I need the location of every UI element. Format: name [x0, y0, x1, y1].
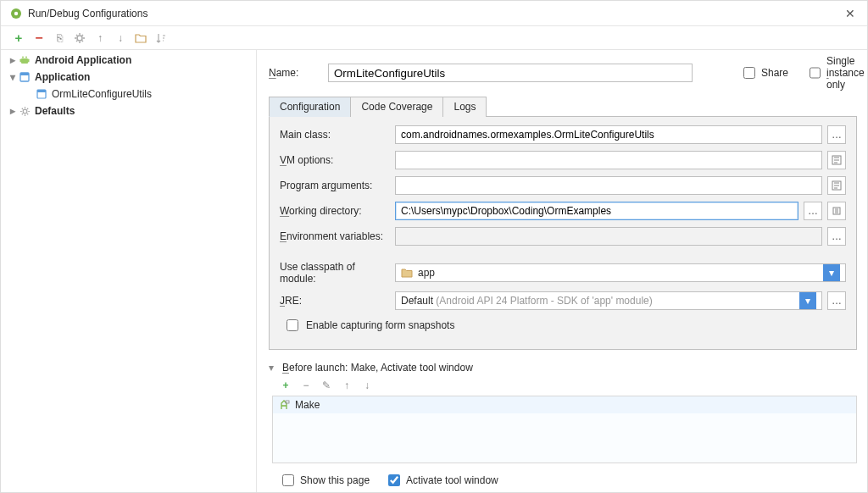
list-item[interactable]: Make	[273, 396, 856, 413]
tree-android-application[interactable]: ▸ Android Application	[1, 52, 256, 69]
main-class-label: Main class:	[280, 129, 390, 141]
application-icon	[35, 87, 48, 101]
name-label: Name:	[269, 67, 320, 79]
svg-point-5	[25, 57, 27, 58]
move-down-button[interactable]: ↓	[113, 30, 128, 46]
program-args-input[interactable]	[395, 176, 822, 195]
before-launch-section: ▾ Before launch: Make, Activate tool win…	[269, 362, 857, 489]
browse-jre-button[interactable]: …	[827, 291, 846, 310]
tree-label: Application	[35, 71, 90, 83]
chevron-right-icon: ▸	[8, 105, 18, 117]
vm-options-input[interactable]	[395, 151, 822, 169]
browse-env-button[interactable]: …	[827, 227, 846, 246]
vm-options-label: VM options:	[280, 154, 390, 166]
before-launch-toolbar: + − ✎ ↑ ↓	[279, 379, 857, 392]
copy-config-button[interactable]: ⎘	[52, 30, 67, 46]
svg-rect-3	[21, 58, 28, 64]
snapshots-label: Enable capturing form snapshots	[306, 319, 454, 331]
configuration-form: Main class: … VM options: Program argume…	[269, 117, 857, 350]
single-instance-checkbox[interactable]: Single instance only	[806, 55, 857, 91]
before-launch-header[interactable]: ▾ Before launch: Make, Activate tool win…	[269, 362, 857, 374]
browse-class-button[interactable]: …	[827, 125, 846, 144]
working-dir-label: Working directory:	[280, 205, 390, 217]
tree-application[interactable]: ▾ Application	[1, 69, 256, 86]
app-icon	[9, 7, 23, 20]
tab-configuration[interactable]: Configuration	[269, 97, 351, 117]
main-class-input[interactable]	[395, 125, 822, 144]
env-vars-label: Environment variables:	[280, 230, 390, 242]
chevron-down-icon: ▾	[8, 71, 18, 83]
svg-point-4	[22, 57, 24, 58]
folder-button[interactable]	[133, 30, 148, 46]
before-add-button[interactable]: +	[279, 379, 292, 392]
gear-icon	[18, 104, 31, 118]
close-icon[interactable]: ✕	[842, 7, 859, 20]
edit-defaults-button[interactable]	[72, 30, 87, 46]
tree-defaults[interactable]: ▸ Defaults	[1, 102, 256, 119]
history-dir-button[interactable]	[827, 202, 846, 220]
svg-point-2	[77, 36, 82, 41]
tree-toolbar: + − ⎘ ↑ ↓	[1, 26, 257, 50]
add-config-button[interactable]: +	[11, 30, 26, 46]
sort-button[interactable]	[153, 30, 169, 46]
config-tree[interactable]: ▸ Android Application ▾ Application OrmL…	[1, 50, 257, 492]
tree-label: Defaults	[35, 105, 75, 117]
remove-config-button[interactable]: −	[31, 30, 47, 46]
tab-code-coverage[interactable]: Code Coverage	[350, 97, 443, 117]
tree-label: OrmLiteConfigureUtils	[52, 88, 152, 100]
env-vars-input[interactable]	[395, 227, 822, 246]
name-input[interactable]	[328, 64, 693, 82]
share-checkbox[interactable]: Share	[740, 64, 791, 81]
svg-rect-9	[20, 73, 29, 75]
before-down-button[interactable]: ↓	[360, 379, 374, 392]
make-icon	[278, 400, 290, 410]
svg-rect-7	[28, 59, 30, 63]
svg-point-12	[23, 109, 27, 114]
expand-vm-button[interactable]	[827, 151, 846, 169]
working-dir-input[interactable]	[395, 202, 798, 220]
chevron-down-icon: ▾	[799, 292, 816, 309]
module-icon	[401, 268, 413, 278]
window-title: Run/Debug Configurations	[28, 8, 842, 19]
before-launch-list[interactable]: Make	[272, 396, 857, 463]
chevron-down-icon: ▾	[823, 264, 840, 281]
program-args-label: Program arguments:	[280, 180, 390, 191]
chevron-right-icon: ▸	[8, 54, 18, 66]
before-up-button[interactable]: ↑	[340, 379, 353, 392]
expand-args-button[interactable]	[827, 176, 846, 195]
titlebar: Run/Debug Configurations ✕	[1, 1, 867, 26]
jre-select[interactable]: Default (Android API 24 Platform - SDK o…	[395, 291, 822, 310]
before-remove-button[interactable]: −	[299, 379, 313, 392]
classpath-label: Use classpath of module:	[280, 261, 390, 285]
jre-label: JRE:	[280, 295, 390, 307]
tab-logs[interactable]: Logs	[442, 97, 487, 117]
svg-rect-6	[20, 59, 22, 63]
config-panel-right: Name: Share Single instance only Configu…	[257, 50, 867, 492]
tab-bar: Configuration Code Coverage Logs	[269, 96, 857, 117]
classpath-select[interactable]: app ▾	[395, 263, 846, 282]
move-up-button[interactable]: ↑	[92, 30, 108, 46]
before-edit-button[interactable]: ✎	[320, 379, 333, 392]
show-page-checkbox[interactable]: Show this page	[279, 472, 370, 489]
chevron-down-icon: ▾	[269, 362, 277, 374]
tree-label: Android Application	[35, 54, 131, 66]
tree-ormlite-item[interactable]: OrmLiteConfigureUtils	[1, 86, 256, 102]
application-icon	[18, 70, 31, 84]
activate-window-checkbox[interactable]: Activate tool window	[385, 472, 498, 489]
svg-rect-11	[37, 90, 46, 92]
android-icon	[18, 53, 31, 67]
svg-point-1	[14, 11, 18, 14]
browse-dir-button[interactable]: …	[804, 202, 822, 220]
snapshots-checkbox[interactable]	[287, 319, 298, 331]
